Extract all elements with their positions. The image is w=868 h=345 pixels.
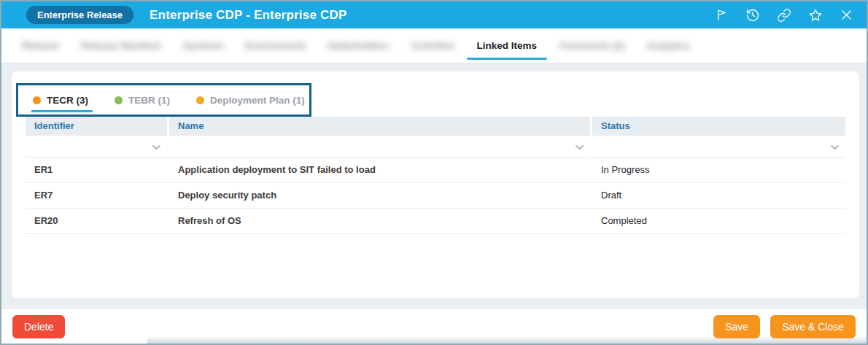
enterprise-cdp-dialog: Enterprise Release Enterprise CDP - Ente… xyxy=(0,0,868,345)
status-filter-dropdown[interactable] xyxy=(592,136,845,158)
cell-identifier: ER7 xyxy=(26,183,167,208)
flag-icon[interactable] xyxy=(715,8,729,22)
subtab-label: Deployment Plan (1) xyxy=(210,95,305,106)
dialog-footer: Delete Save Save & Close xyxy=(1,309,867,344)
subtab-tecr[interactable]: TECR (3) xyxy=(33,95,88,106)
subtab-deployment-plan[interactable]: Deployment Plan (1) xyxy=(196,95,305,106)
tab-comments[interactable]: Comments (2) xyxy=(559,28,624,63)
table-row[interactable]: ER20 Refresh of OS Completed xyxy=(26,209,845,234)
cell-status: Draft xyxy=(592,183,845,208)
tab-analytics[interactable]: Analytics xyxy=(646,28,690,63)
delete-button[interactable]: Delete xyxy=(12,315,65,338)
page-title: Enterprise CDP - Enterprise CDP xyxy=(150,8,346,23)
release-type-badge: Enterprise Release xyxy=(26,6,133,24)
identifier-filter-dropdown[interactable] xyxy=(26,136,167,158)
tab-release-manifest[interactable]: Release Manifest xyxy=(81,28,161,63)
main-tab-bar: Release Release Manifest Systems Environ… xyxy=(1,28,867,63)
link-icon[interactable] xyxy=(777,8,791,23)
cell-status: Completed xyxy=(592,209,845,233)
column-header-status[interactable]: Status xyxy=(592,117,845,136)
cell-name: Application deployment to SIT failed to … xyxy=(169,158,590,182)
cell-name: Refresh of OS xyxy=(169,209,590,233)
close-icon[interactable] xyxy=(840,8,853,22)
subtab-label: TEBR (1) xyxy=(128,95,170,106)
save-button[interactable]: Save xyxy=(713,315,760,338)
column-header-name[interactable]: Name xyxy=(169,117,590,136)
table-row[interactable]: ER7 Deploy security patch Draft xyxy=(26,183,845,209)
column-header-identifier[interactable]: Identifier xyxy=(26,117,167,136)
name-filter-dropdown[interactable] xyxy=(169,136,590,158)
deployment-plan-dot-icon xyxy=(196,96,204,104)
cell-name: Deploy security patch xyxy=(169,183,590,208)
table-row[interactable]: ER1 Application deployment to SIT failed… xyxy=(26,158,845,183)
tab-environment[interactable]: Environment xyxy=(245,28,306,63)
chevron-down-icon[interactable] xyxy=(152,144,161,150)
save-close-button[interactable]: Save & Close xyxy=(770,315,856,338)
dialog-header: Enterprise Release Enterprise CDP - Ente… xyxy=(1,1,867,28)
subtab-tebr[interactable]: TEBR (1) xyxy=(115,95,170,106)
cell-identifier: ER20 xyxy=(26,209,167,233)
header-actions xyxy=(715,8,855,23)
annotation-highlight-box: TECR (3) TEBR (1) Deployment Plan (1) xyxy=(16,83,311,117)
filter-row xyxy=(26,136,845,158)
chevron-down-icon[interactable] xyxy=(575,144,584,150)
chevron-down-icon[interactable] xyxy=(830,144,840,150)
linked-items-table: Identifier Name Status ER1 Application d… xyxy=(26,117,845,234)
tab-linked-items[interactable]: Linked Items xyxy=(477,28,538,63)
tab-systems[interactable]: Systems xyxy=(183,28,224,63)
cell-status: In Progress xyxy=(592,158,845,182)
star-icon[interactable] xyxy=(808,8,823,23)
tab-release[interactable]: Release xyxy=(22,28,59,63)
subtab-label: TECR (3) xyxy=(47,95,88,106)
tab-stakeholders[interactable]: Stakeholders xyxy=(328,28,390,63)
table-header-row: Identifier Name Status xyxy=(26,117,845,136)
tab-activities[interactable]: Activities xyxy=(411,28,454,63)
tecr-dot-icon xyxy=(33,96,41,104)
history-icon[interactable] xyxy=(745,8,760,23)
tebr-dot-icon xyxy=(115,96,123,104)
cell-identifier: ER1 xyxy=(26,158,167,182)
